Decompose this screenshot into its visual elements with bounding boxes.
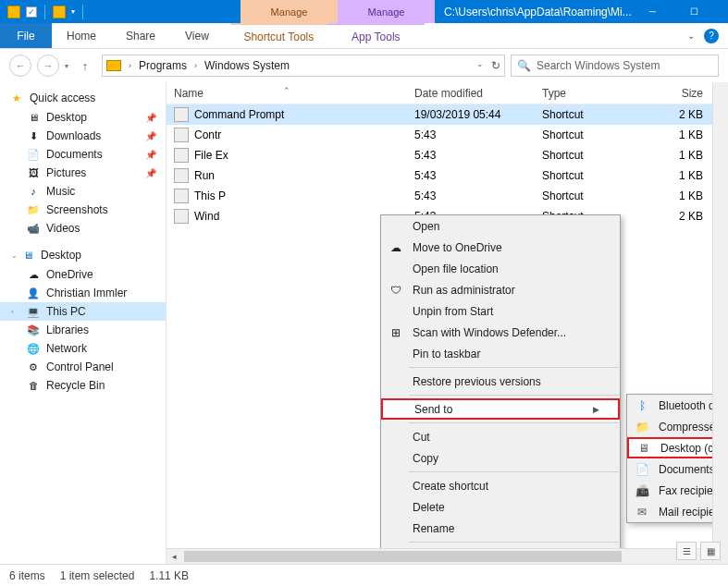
file-row[interactable]: This P5:43Shortcut1 KB — [167, 186, 728, 206]
sidebar-item[interactable]: 📚Libraries — [0, 321, 166, 339]
column-date[interactable]: Date modified — [407, 87, 535, 100]
file-size: 2 KB — [646, 108, 710, 121]
ribbon-expand-icon[interactable]: ⌄ — [687, 31, 695, 41]
file-date: 5:43 — [407, 149, 535, 162]
address-bar[interactable]: › Programs › Windows System ⌄ ↻ — [102, 55, 505, 77]
sidebar-item[interactable]: 🌐Network — [0, 339, 166, 358]
sidebar-item[interactable]: ⚙Control Panel — [0, 358, 166, 376]
status-size: 1.11 KB — [149, 569, 189, 582]
column-size[interactable]: Size — [646, 87, 710, 100]
chevron-down-icon[interactable]: ⌄ — [11, 251, 18, 260]
sidebar-item-label: This PC — [46, 305, 86, 318]
column-name[interactable]: Name ⌃ — [167, 87, 407, 100]
vertical-scrollbar[interactable] — [712, 82, 728, 564]
sidebar-quick-access[interactable]: ★ Quick access — [0, 88, 166, 108]
thumbnails-view-button[interactable]: ▦ — [700, 542, 721, 560]
file-tab[interactable]: File — [0, 23, 52, 48]
sidebar-item-label: Libraries — [46, 324, 89, 336]
menu-label: Run as administrator — [413, 284, 515, 297]
close-button[interactable]: ✕ — [715, 0, 728, 23]
main-area: ★ Quick access 🖥Desktop📌⬇Downloads📌📄Docu… — [0, 82, 728, 564]
tab-home[interactable]: Home — [52, 23, 111, 48]
breadcrumb-segment[interactable]: Programs — [139, 59, 187, 72]
menu-item[interactable]: Delete — [381, 496, 620, 518]
search-input[interactable]: 🔍 Search Windows System — [511, 55, 719, 77]
column-type[interactable]: Type — [535, 87, 646, 100]
sidebar-item[interactable]: 🖥Desktop📌 — [0, 108, 166, 127]
chevron-right-icon: ▶ — [593, 405, 599, 414]
file-type: Shortcut — [535, 169, 646, 182]
sidebar-item[interactable]: 📁Screenshots — [0, 201, 166, 219]
address-dropdown-icon[interactable]: ⌄ — [476, 59, 484, 72]
sidebar-item[interactable]: 📄Documents📌 — [0, 145, 166, 164]
tab-share[interactable]: Share — [111, 23, 170, 48]
sidebar-item[interactable]: 🗑Recycle Bin — [0, 376, 166, 395]
menu-item[interactable]: Unpin from Start — [381, 300, 620, 322]
menu-item[interactable]: Send to▶ — [381, 398, 620, 420]
minimize-button[interactable]: ─ — [632, 0, 673, 23]
back-button[interactable]: ← — [9, 55, 31, 77]
refresh-icon[interactable]: ↻ — [491, 59, 500, 72]
chevron-right-icon[interactable]: › — [11, 308, 14, 316]
help-icon[interactable]: ? — [704, 29, 719, 43]
file-row[interactable]: Run5:43Shortcut1 KB — [167, 165, 728, 186]
chevron-right-icon[interactable]: › — [125, 61, 135, 70]
tab-view[interactable]: View — [170, 23, 224, 48]
item-icon: ⚙ — [26, 360, 41, 374]
file-list: Name ⌃ Date modified Type Size Command P… — [167, 82, 728, 564]
search-placeholder: Search Windows System — [537, 59, 660, 72]
file-date: 19/03/2019 05:44 — [407, 108, 535, 121]
menu-icon: 🖥 — [636, 441, 651, 456]
scroll-thumb[interactable] — [184, 551, 622, 562]
tab-shortcut-tools[interactable]: Shortcut Tools — [230, 23, 327, 48]
pin-icon: 📌 — [145, 113, 156, 123]
breadcrumb-segment[interactable]: Windows System — [204, 59, 290, 72]
menu-icon: 🛡 — [389, 283, 403, 298]
sidebar-item-label: Pictures — [46, 166, 86, 179]
chevron-right-icon[interactable]: › — [191, 61, 201, 70]
menu-item[interactable]: ☁Move to OneDrive — [381, 237, 620, 258]
up-button[interactable]: ↑ — [74, 55, 96, 77]
menu-item[interactable]: 🛡Run as administrator — [381, 279, 620, 300]
menu-item[interactable]: Restore previous versions — [381, 371, 620, 392]
menu-item[interactable]: Pin to taskbar — [381, 343, 620, 364]
file-name: Contr — [194, 128, 221, 141]
qat-checkbox[interactable]: ✓ — [26, 6, 37, 18]
sidebar-item[interactable]: 📹Videos — [0, 219, 166, 238]
item-icon: 🌐 — [26, 341, 41, 356]
sidebar-item[interactable]: ♪Music — [0, 182, 166, 201]
history-dropdown-icon[interactable]: ▾ — [65, 62, 68, 70]
qat-sep — [44, 5, 45, 19]
scroll-track[interactable] — [182, 549, 697, 564]
menu-item[interactable]: Open — [381, 215, 620, 237]
file-row[interactable]: Contr5:43Shortcut1 KB — [167, 125, 728, 145]
menu-item[interactable]: Rename — [381, 518, 620, 539]
sidebar-item[interactable]: 👤Christian Immler — [0, 284, 166, 302]
menu-item[interactable]: Open file location — [381, 258, 620, 279]
details-view-button[interactable]: ☰ — [676, 542, 697, 560]
sidebar-item[interactable]: ⬇Downloads📌 — [0, 127, 166, 145]
file-row[interactable]: File Ex5:43Shortcut1 KB — [167, 145, 728, 165]
file-type: Shortcut — [535, 128, 646, 141]
file-row[interactable]: Command Prompt19/03/2019 05:44Shortcut2 … — [167, 104, 728, 125]
horizontal-scrollbar[interactable]: ◂ ▸ — [167, 548, 712, 564]
sidebar-item[interactable]: 🖼Pictures📌 — [0, 164, 166, 182]
sidebar-item[interactable]: ›💻This PC — [0, 302, 166, 321]
menu-item[interactable]: ⊞Scan with Windows Defender... — [381, 322, 620, 343]
qat-dropdown-icon[interactable]: ▾ — [71, 7, 75, 16]
maximize-button[interactable]: ☐ — [673, 0, 715, 23]
tab-app-tools[interactable]: App Tools — [327, 23, 425, 48]
menu-item[interactable]: Copy — [381, 447, 620, 469]
menu-item[interactable]: Create shortcut — [381, 475, 620, 496]
sidebar-label: Quick access — [30, 92, 95, 104]
forward-button[interactable]: → — [37, 55, 59, 77]
sidebar-item-label: Screenshots — [46, 203, 108, 216]
file-type: Shortcut — [535, 189, 646, 202]
sidebar-desktop[interactable]: ⌄ 🖥 Desktop — [0, 245, 166, 265]
scroll-left-icon[interactable]: ◂ — [167, 549, 182, 564]
titlebar: ✓ ▾ Manage Manage C:\Users\chris\AppData… — [0, 0, 728, 23]
menu-label: Documents — [659, 463, 715, 476]
sidebar-item[interactable]: ☁OneDrive — [0, 265, 166, 284]
file-name: Wind — [194, 210, 219, 223]
menu-item[interactable]: Cut — [381, 426, 620, 447]
